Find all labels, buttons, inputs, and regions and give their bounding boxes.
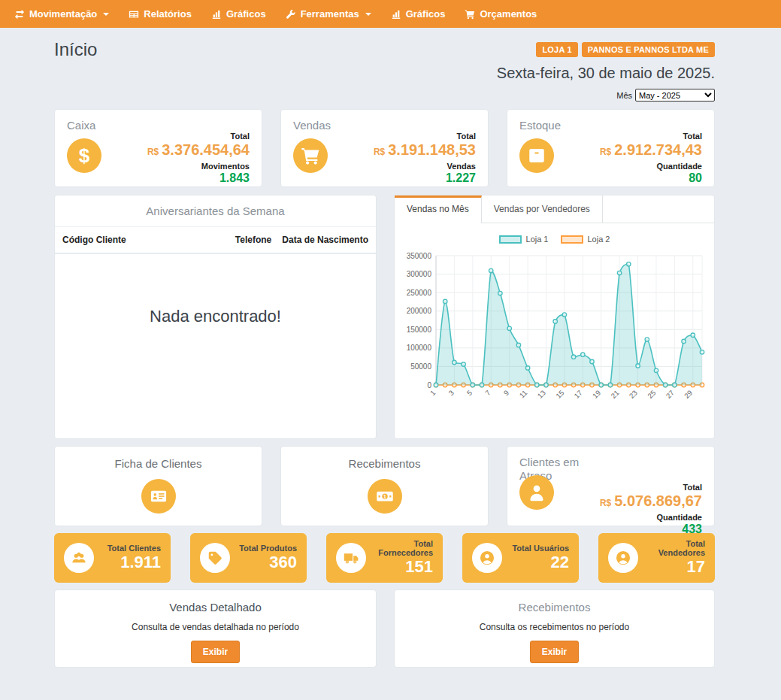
nav-label: Ferramentas [301, 8, 359, 20]
tab-vendas-por-vendedores[interactable]: Vendas por Vendedores [482, 195, 603, 223]
column-header: Telefone [235, 235, 271, 245]
wrench-icon [286, 9, 296, 20]
stat-value: 360 [230, 553, 297, 571]
birthdays-title: Aniversariantes da Semana [55, 195, 376, 227]
svg-text:7: 7 [483, 389, 492, 398]
svg-text:23: 23 [627, 389, 638, 400]
stat-label: Total Produtos [230, 544, 297, 553]
legend-swatch [499, 235, 522, 244]
count-value: 1.843 [67, 171, 250, 185]
svg-text:11: 11 [517, 389, 528, 400]
stat-value: 22 [502, 553, 569, 571]
card-title: Caixa [67, 119, 250, 132]
total-label: Total [293, 132, 476, 141]
svg-text:1: 1 [428, 389, 437, 398]
stat-value: 17 [638, 557, 705, 576]
exibir-recebimentos-button[interactable]: Exibir [530, 641, 579, 663]
sales-line-chart: 0500001000001500002000002500003000003500… [400, 245, 710, 426]
card-title: Vendas [293, 119, 476, 132]
store-badge[interactable]: LOJA 1 [536, 42, 577, 57]
svg-text:21: 21 [609, 389, 620, 400]
total-label: Total [67, 132, 250, 141]
exibir-vendas-button[interactable]: Exibir [191, 641, 240, 663]
svg-text:1: 1 [383, 494, 386, 499]
chart-tabs: Vendas no Mês Vendas por Vendedores [395, 195, 714, 223]
vendas-card: Vendas Total R$3.191.148,53 Vendas 1.227 [280, 109, 489, 187]
svg-text:29: 29 [682, 389, 693, 400]
card-title: Recebimentos [395, 601, 714, 614]
nav-item-graficos-1[interactable]: Gráficos [201, 0, 276, 28]
clientes-atraso-card: Clientes em Atraso Total R$5.076.869,67 … [507, 446, 715, 526]
dollar-icon: $ [67, 138, 101, 173]
stat-value: 151 [366, 557, 433, 576]
company-badge[interactable]: PANNOS E PANNOS LTDA ME [582, 42, 715, 57]
svg-text:13: 13 [535, 389, 546, 400]
nav-label: Gráficos [226, 8, 266, 20]
svg-text:150000: 150000 [406, 326, 431, 334]
nav-item-ferramentas[interactable]: Ferramentas [276, 0, 381, 28]
chevron-down-icon [365, 13, 371, 16]
legend-item-loja1[interactable]: Loja 1 [499, 235, 549, 244]
card-title: Estoque [519, 119, 702, 132]
month-select[interactable]: May - 2025 [635, 89, 715, 102]
svg-text:27: 27 [664, 389, 675, 400]
column-header: Data de Nascimento [282, 235, 368, 245]
nav-item-movimentacao[interactable]: Movimentação [5, 0, 119, 28]
svg-text:200000: 200000 [406, 307, 431, 315]
estoque-card: Estoque Total R$2.912.734,43 Quantidade … [507, 109, 715, 187]
svg-text:3: 3 [447, 389, 456, 398]
stat-label: Total Usuários [502, 544, 569, 553]
nav-item-relatorios[interactable]: Relatórios [119, 0, 201, 28]
id-card-icon [141, 479, 176, 514]
exchange-icon [14, 9, 25, 20]
recebimentos-card[interactable]: Recebimentos 1 [280, 446, 489, 526]
page-title: Início [54, 39, 97, 60]
card-description: Consulta os recebimentos no período [395, 622, 714, 632]
tab-vendas-no-mes[interactable]: Vendas no Mês [395, 195, 482, 223]
store-badges: LOJA 1 PANNOS E PANNOS LTDA ME [536, 42, 715, 57]
money-bill-icon: 1 [368, 479, 402, 514]
svg-text:100000: 100000 [406, 344, 431, 352]
bar-chart-icon [391, 9, 401, 20]
nav-item-orcamentos[interactable]: Orçamentos [455, 0, 546, 28]
cart-icon [465, 9, 475, 20]
card-title: Vendas Detalhado [55, 601, 376, 614]
svg-text:15: 15 [554, 389, 565, 400]
stat-label: Total Clientes [94, 544, 161, 553]
nav-label: Gráficos [406, 8, 446, 20]
current-date: Sexta-feira, 30 de maio de 2025. [54, 65, 715, 82]
vendas-detalhado-card: Vendas Detalhado Consulta de vendas deta… [54, 589, 377, 668]
count-value: 80 [519, 171, 702, 185]
svg-text:5: 5 [465, 389, 474, 398]
column-header: Código Cliente [62, 235, 235, 245]
ficha-clientes-card[interactable]: Ficha de Clientes [54, 446, 262, 526]
nav-label: Movimentação [29, 8, 97, 20]
user-circle-icon [472, 543, 502, 573]
birthdays-card: Aniversariantes da Semana Código Cliente… [54, 195, 377, 439]
chart-legend: Loja 1 Loja 2 [395, 235, 714, 244]
svg-text:19: 19 [590, 389, 601, 400]
bar-chart-icon [211, 9, 222, 20]
total-fornecedores-stat: Total Fornecedores 151 [326, 533, 443, 583]
person-icon [519, 475, 554, 510]
count-value: 433 [519, 523, 702, 536]
users-icon [64, 543, 94, 573]
month-label: Mês [616, 91, 632, 100]
stat-label: Total Vendedores [638, 539, 705, 557]
sales-chart-card: Vendas no Mês Vendas por Vendedores Loja… [394, 195, 715, 439]
stat-value: 1.911 [94, 553, 161, 571]
empty-message: Nada encontrado! [55, 307, 376, 326]
nav-item-graficos-2[interactable]: Gráficos [381, 0, 456, 28]
svg-text:17: 17 [572, 389, 583, 400]
total-label: Total [519, 132, 702, 141]
total-usuarios-stat: Total Usuários 22 [462, 533, 579, 583]
birthdays-table-header: Código Cliente Telefone Data de Nascimen… [55, 227, 376, 254]
count-value: 1.227 [293, 171, 476, 185]
svg-text:300000: 300000 [406, 270, 431, 278]
legend-item-loja2[interactable]: Loja 2 [561, 235, 610, 244]
total-produtos-stat: Total Produtos 360 [190, 533, 307, 583]
caixa-card: Caixa $ Total R$3.376.454,64 Movimentos … [54, 109, 262, 187]
total-vendedores-stat: Total Vendedores 17 [598, 533, 715, 583]
stat-label: Total Fornecedores [366, 539, 433, 557]
svg-text:25: 25 [646, 389, 657, 400]
